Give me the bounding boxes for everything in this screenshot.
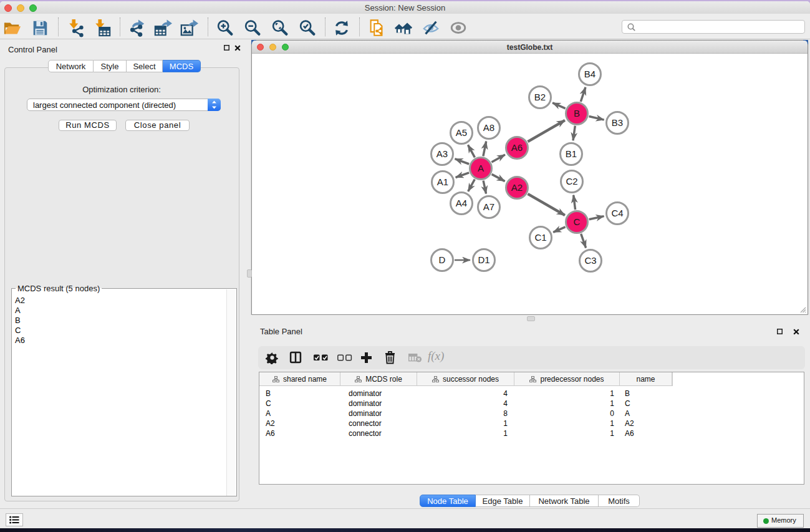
svg-text:D: D bbox=[439, 254, 446, 265]
svg-text:D1: D1 bbox=[478, 254, 489, 265]
svg-text:C1: C1 bbox=[534, 232, 546, 243]
svg-text:A2: A2 bbox=[511, 182, 523, 193]
svg-text:B3: B3 bbox=[612, 117, 623, 128]
svg-text:A8: A8 bbox=[483, 122, 494, 133]
svg-text:B: B bbox=[574, 108, 580, 118]
svg-text:C: C bbox=[574, 216, 581, 227]
svg-text:A: A bbox=[478, 163, 484, 173]
svg-text:A4: A4 bbox=[456, 198, 467, 208]
svg-text:B2: B2 bbox=[534, 92, 546, 102]
svg-text:A1: A1 bbox=[437, 177, 448, 187]
svg-text:B1: B1 bbox=[566, 148, 577, 159]
svg-text:A5: A5 bbox=[456, 127, 467, 138]
svg-text:A3: A3 bbox=[436, 148, 448, 159]
svg-text:A7: A7 bbox=[483, 201, 494, 212]
svg-text:B4: B4 bbox=[584, 69, 595, 79]
svg-text:A6: A6 bbox=[511, 142, 523, 153]
svg-text:C3: C3 bbox=[584, 255, 596, 266]
svg-text:C2: C2 bbox=[566, 176, 577, 186]
svg-text:C4: C4 bbox=[611, 208, 623, 218]
